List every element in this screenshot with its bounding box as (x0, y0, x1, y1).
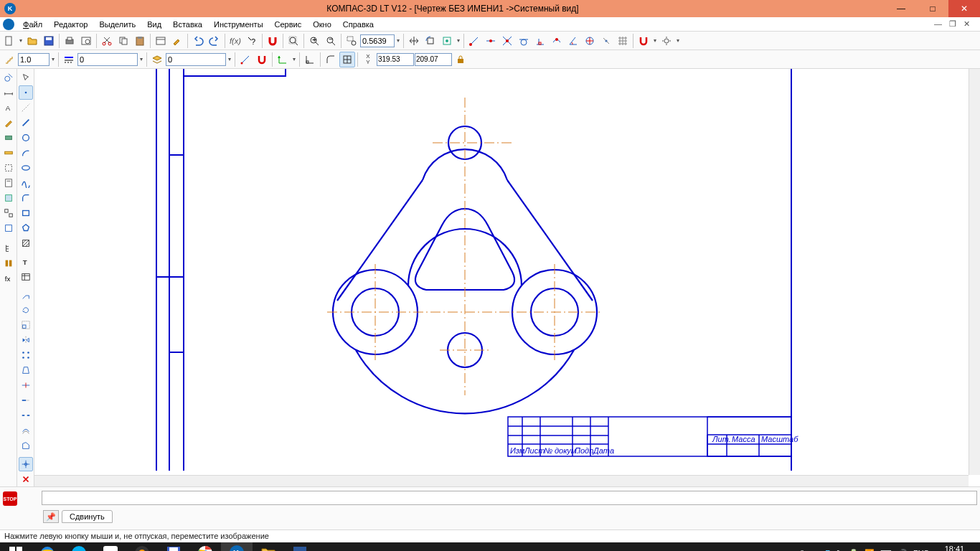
hatch-tool[interactable] (19, 236, 33, 250)
local-cs-button[interactable] (275, 52, 291, 67)
scrollbar-horizontal[interactable] (34, 475, 969, 486)
drawing-canvas[interactable]: Изм Лист № докум. Подп. Дата Лит. Масса … (34, 69, 980, 486)
line-tool[interactable] (19, 116, 33, 130)
snap-toggle-button[interactable] (636, 33, 651, 49)
copy-button[interactable] (116, 33, 131, 49)
stop-command-button[interactable]: STOP (3, 491, 17, 506)
new-dropdown[interactable]: ▾ (18, 37, 24, 44)
rotate-tool[interactable] (19, 303, 33, 318)
new-button[interactable] (1, 33, 17, 49)
circle-tool[interactable] (19, 131, 33, 145)
taskbar-kompas-icon[interactable]: K (221, 542, 253, 551)
system-tray[interactable]: ▲ 👁 ◐ Z ⚑ 🔋 📶 ⌨ 🔊 РУС 18:41 03.10.2014 (779, 545, 980, 551)
app-menu-icon[interactable] (3, 19, 14, 30)
trim-tool[interactable] (19, 378, 33, 392)
cut-button[interactable] (99, 33, 115, 49)
menu-editor[interactable]: Редактор (48, 19, 93, 30)
polygon-tool[interactable] (19, 221, 33, 235)
open-button[interactable] (24, 33, 40, 49)
views-panel-button[interactable] (1, 206, 16, 220)
tray-icon-vol[interactable]: 🔊 (897, 549, 908, 552)
snap-mid-button[interactable] (483, 33, 499, 49)
step-dropdown[interactable]: ▾ (50, 56, 56, 62)
step-input[interactable] (18, 53, 50, 66)
snap-settings-dropdown[interactable]: ▾ (675, 37, 681, 44)
mdi-restore[interactable]: ❐ (946, 19, 959, 29)
local-cs-dropdown[interactable]: ▾ (291, 56, 297, 62)
snap-intersect-button[interactable] (499, 33, 515, 49)
linestyle-input[interactable] (77, 53, 138, 66)
array-tool[interactable] (19, 348, 33, 362)
redraw-button[interactable] (439, 33, 455, 49)
geometry-panel-button[interactable] (1, 70, 16, 85)
move-tool[interactable] (19, 288, 33, 303)
snap-grid-button[interactable] (615, 33, 631, 49)
redo-button[interactable] (207, 33, 222, 49)
close-button[interactable]: ✕ (948, 0, 980, 17)
save-button[interactable] (41, 33, 57, 49)
variables-button[interactable]: f(x) (227, 33, 243, 49)
snap-center-button[interactable] (582, 33, 598, 49)
snap-config-dropdown[interactable]: ▾ (652, 37, 658, 44)
ellipse-tool[interactable] (19, 161, 33, 175)
snap-point-button[interactable] (598, 33, 614, 49)
break-tool[interactable] (19, 408, 33, 423)
tree-button[interactable] (1, 241, 16, 255)
measure-panel-button[interactable] (1, 146, 16, 160)
help-context-button[interactable]: ? (244, 33, 260, 49)
layer-dropdown[interactable]: ▾ (227, 56, 232, 62)
taskbar-ie-icon[interactable] (32, 542, 63, 551)
coord-x-input[interactable] (377, 53, 414, 66)
tray-icon-sync[interactable]: ◐ (812, 549, 819, 552)
zoom-input[interactable] (360, 34, 395, 47)
params-panel-button[interactable] (1, 131, 16, 145)
taskbar-explorer-icon[interactable] (253, 542, 284, 551)
menu-file[interactable]: Файл (17, 19, 48, 30)
minimize-button[interactable]: — (885, 0, 917, 17)
linestyle-dropdown[interactable]: ▾ (138, 56, 144, 62)
coord-y-input[interactable] (415, 53, 452, 66)
ortho-off-button[interactable] (237, 52, 253, 67)
menu-service[interactable]: Сервис (269, 19, 308, 30)
pan-tool[interactable] (19, 457, 33, 471)
start-button[interactable] (0, 542, 32, 551)
snap-tangent-button[interactable] (516, 33, 532, 49)
layer-icon[interactable] (149, 52, 165, 67)
snap-angle-button[interactable] (565, 33, 581, 49)
menu-tools[interactable]: Инструменты (208, 19, 269, 30)
report-panel-button[interactable] (1, 191, 16, 205)
notation-panel-button[interactable]: A (1, 100, 16, 115)
snap-near-button[interactable] (549, 33, 565, 49)
print-button[interactable] (62, 33, 77, 49)
contour-tool[interactable] (19, 438, 33, 453)
snap-end-button[interactable] (466, 33, 482, 49)
spline-tool[interactable] (19, 176, 33, 190)
zoom-in-button[interactable]: + (306, 33, 322, 49)
preview-button[interactable] (78, 33, 94, 49)
text-tool[interactable]: T (19, 255, 33, 269)
mdi-close[interactable]: ✕ (961, 19, 973, 29)
zoom-fit-button[interactable] (286, 33, 301, 49)
coord-lock-button[interactable] (453, 52, 468, 67)
edit-panel-button[interactable] (1, 116, 16, 130)
round-button[interactable] (323, 52, 339, 67)
point-tool[interactable] (19, 85, 33, 100)
menu-select[interactable]: Выделить (93, 19, 141, 30)
mirror-tool[interactable] (19, 333, 33, 347)
taskbar-chrome-icon[interactable] (189, 542, 221, 551)
dimensions-panel-button[interactable] (1, 85, 16, 100)
grid-snap-button[interactable] (339, 52, 355, 67)
taskbar-yandex-icon[interactable]: Я (95, 542, 126, 551)
taskbar-save-icon[interactable] (158, 542, 189, 551)
taskbar-word-icon[interactable]: W (284, 542, 316, 551)
menu-help[interactable]: Справка (337, 19, 380, 30)
snap-global-button[interactable] (254, 52, 270, 67)
command-input[interactable] (42, 491, 977, 505)
scrollbar-vertical[interactable] (969, 69, 980, 475)
extend-tool[interactable] (19, 393, 33, 408)
command-tab[interactable]: Сдвинуть (62, 510, 113, 523)
insert-panel-button[interactable] (1, 221, 16, 235)
pan-button[interactable] (406, 33, 422, 49)
tray-icon-net[interactable]: 📶 (864, 549, 875, 552)
table-tool[interactable] (19, 270, 33, 284)
